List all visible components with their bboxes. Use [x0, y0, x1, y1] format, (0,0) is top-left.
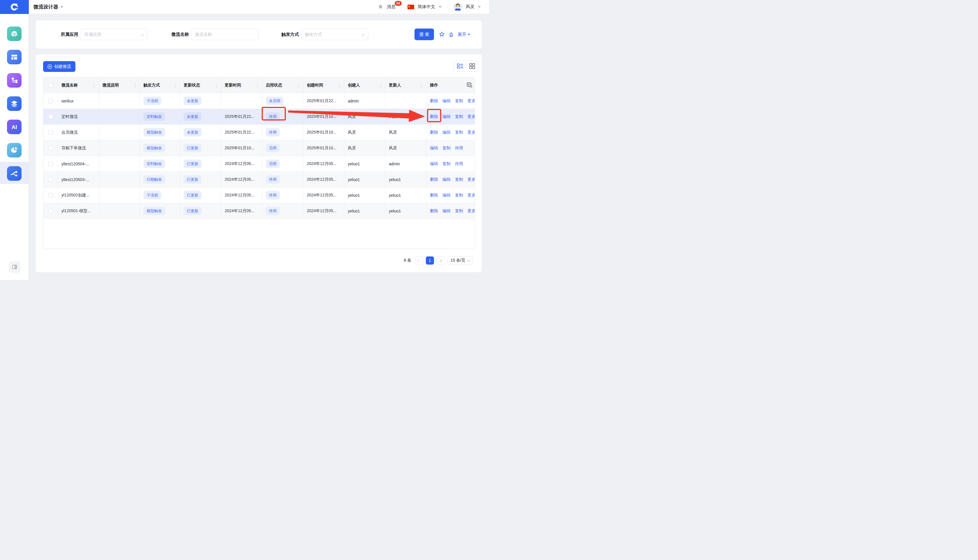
action-link[interactable]: 更多 — [467, 130, 475, 135]
trigger-filter-select[interactable] — [301, 28, 368, 40]
avatar[interactable] — [453, 3, 462, 12]
row-checkbox-cell[interactable] — [43, 203, 58, 219]
action-link[interactable]: 更多 — [467, 193, 475, 198]
row-checkbox-cell[interactable] — [43, 156, 58, 172]
next-page-button[interactable] — [437, 257, 445, 265]
sidebar-item-flowchart[interactable] — [7, 73, 22, 88]
create-flow-button[interactable]: 创建微流 — [43, 61, 75, 72]
action-link[interactable]: 更多 — [467, 114, 475, 119]
row-checkbox[interactable] — [48, 193, 53, 198]
list-view-icon[interactable] — [457, 63, 463, 69]
action-link[interactable]: 复制 — [455, 177, 463, 182]
action-link[interactable]: 停用 — [455, 145, 463, 151]
action-link[interactable]: 复制 — [442, 145, 451, 151]
action-link[interactable]: 编辑 — [442, 130, 451, 135]
user-caret-icon[interactable] — [478, 6, 481, 8]
column-menu-icon[interactable]: ⋮ — [92, 83, 97, 88]
action-link[interactable]: 删除 — [430, 130, 438, 135]
header-create-time[interactable]: 创建时间⋮ — [303, 77, 344, 93]
action-link[interactable]: 停用 — [455, 161, 463, 167]
table-row[interactable]: weiliux 子流程 未更新 未启用 2025年01月22... admin … — [43, 93, 475, 109]
row-checkbox[interactable] — [48, 209, 53, 213]
row-checkbox[interactable] — [48, 162, 53, 166]
sidebar-item-pie[interactable] — [7, 143, 22, 157]
column-menu-icon[interactable]: ⋮ — [337, 83, 342, 88]
action-link[interactable]: 删除 — [430, 98, 438, 103]
action-link[interactable]: 更多 — [467, 98, 475, 103]
flow-name-input[interactable] — [191, 28, 258, 40]
column-menu-icon[interactable]: ⋮ — [133, 83, 137, 88]
table-row[interactable]: 导购下单微流 模型触发 已更新 2025年01月10... 启用 2025年01… — [43, 140, 475, 156]
language-selector[interactable]: 简体中文 — [418, 4, 435, 10]
messages-link[interactable]: 消息 54 — [387, 4, 396, 10]
header-update-time[interactable]: 更新时间⋮ — [221, 77, 262, 93]
action-link[interactable]: 编辑 — [442, 98, 451, 103]
action-link[interactable]: 删除 — [430, 114, 438, 119]
column-menu-icon[interactable]: ⋮ — [173, 83, 178, 88]
action-link[interactable]: 删除 — [430, 177, 438, 182]
sidebar-item-layout[interactable] — [7, 50, 22, 64]
action-link[interactable]: 复制 — [455, 193, 463, 198]
action-link[interactable]: 删除 — [430, 193, 438, 198]
action-link[interactable]: 删除 — [430, 208, 438, 213]
bell-icon[interactable] — [378, 4, 383, 10]
action-link[interactable]: 复制 — [455, 208, 463, 213]
header-updater[interactable]: 更新人⋮ — [385, 77, 427, 93]
sidebar-item-ai[interactable]: AI — [7, 120, 22, 134]
column-menu-icon[interactable]: ⋮ — [214, 83, 218, 88]
action-link[interactable]: 编辑 — [430, 161, 438, 167]
row-checkbox-cell[interactable] — [43, 187, 58, 203]
action-link[interactable]: 编辑 — [442, 193, 451, 198]
grid-view-icon[interactable] — [469, 63, 475, 69]
expand-toggle[interactable]: 展开 — [458, 32, 470, 37]
header-update-status[interactable]: 更新状态⋮ — [180, 77, 221, 93]
header-trigger[interactable]: 触发方式⋮ — [140, 77, 180, 93]
column-menu-icon[interactable]: ⋮ — [296, 83, 301, 88]
action-link[interactable]: 更多 — [467, 208, 475, 213]
action-link[interactable]: 编辑 — [442, 114, 451, 119]
column-settings-icon[interactable] — [467, 82, 472, 88]
action-link[interactable]: 编辑 — [442, 177, 451, 182]
header-flow-desc[interactable]: 微流说明⋮ — [99, 77, 140, 93]
action-link[interactable]: 复制 — [455, 114, 463, 119]
username[interactable]: 风灵 — [466, 4, 475, 10]
table-row[interactable]: yltest120503-... 日期触发 已更新 2024年12月05... … — [43, 172, 475, 187]
table-row[interactable]: yl120502创建... 子流程 已更新 2024年12月05... 停用 2… — [43, 187, 475, 203]
row-checkbox[interactable] — [48, 99, 53, 103]
row-checkbox[interactable] — [48, 177, 53, 182]
row-checkbox-cell[interactable] — [43, 109, 58, 125]
sidebar-item-cube[interactable] — [7, 27, 22, 41]
action-link[interactable]: 编辑 — [442, 208, 451, 213]
page-size-select[interactable]: 15 条/页 — [447, 256, 473, 265]
language-caret-icon[interactable] — [439, 6, 442, 8]
table-row[interactable]: yl120501-模型... 模型触发 已更新 2024年12月05... 停用… — [43, 203, 475, 219]
row-checkbox-cell[interactable] — [43, 140, 58, 156]
header-flow-name[interactable]: 微流名称⋮ — [58, 77, 99, 93]
current-page-button[interactable]: 1 — [426, 257, 434, 265]
sidebar-collapse-button[interactable] — [9, 261, 20, 273]
sidebar-item-layers[interactable] — [7, 96, 22, 111]
action-link[interactable]: 复制 — [455, 98, 463, 103]
action-link[interactable]: 更多 — [467, 177, 475, 182]
table-row[interactable]: yltest120504-... 定时触发 已更新 2024年12月05... … — [43, 156, 475, 172]
clear-broom-icon[interactable] — [448, 31, 455, 38]
row-checkbox[interactable] — [48, 146, 53, 150]
search-button[interactable]: 搜 索 — [415, 28, 434, 40]
prev-page-button[interactable] — [415, 257, 423, 265]
app-logo[interactable] — [0, 0, 29, 14]
row-checkbox-cell[interactable] — [43, 172, 58, 187]
favorite-star-icon[interactable] — [438, 31, 445, 38]
header-enable-status[interactable]: 启用状态⋮ — [262, 77, 303, 93]
row-checkbox-cell[interactable] — [43, 93, 58, 109]
column-menu-icon[interactable]: ⋮ — [378, 83, 383, 88]
table-row[interactable]: 定时微流 定时触发 未更新 2025年01月22... 停用 2025年01月1… — [43, 109, 475, 125]
header-creator[interactable]: 创建人⋮ — [344, 77, 385, 93]
column-menu-icon[interactable]: ⋮ — [420, 83, 424, 88]
column-menu-icon[interactable]: ⋮ — [255, 83, 260, 88]
row-checkbox[interactable] — [48, 130, 53, 135]
row-checkbox-cell[interactable] — [43, 125, 58, 140]
action-link[interactable]: 复制 — [455, 130, 463, 135]
app-filter-select[interactable] — [81, 28, 148, 40]
title-caret-icon[interactable] — [60, 6, 63, 8]
row-checkbox[interactable] — [48, 114, 53, 119]
